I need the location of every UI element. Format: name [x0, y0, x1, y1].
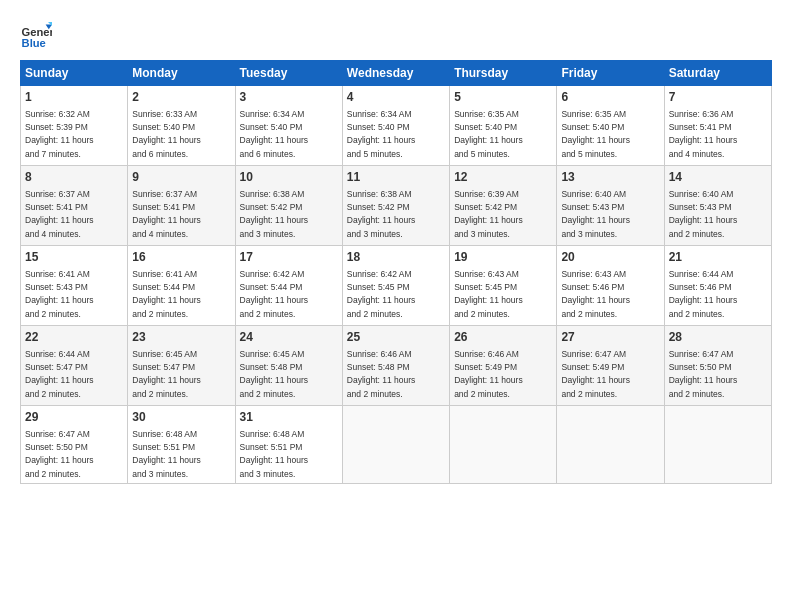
- calendar-cell: 20Sunrise: 6:43 AMSunset: 5:46 PMDayligh…: [557, 246, 664, 326]
- header-tuesday: Tuesday: [235, 61, 342, 86]
- day-info: Sunrise: 6:34 AMSunset: 5:40 PMDaylight:…: [240, 109, 309, 159]
- calendar-cell: 26Sunrise: 6:46 AMSunset: 5:49 PMDayligh…: [450, 326, 557, 406]
- day-number: 11: [347, 169, 445, 186]
- day-info: Sunrise: 6:32 AMSunset: 5:39 PMDaylight:…: [25, 109, 94, 159]
- day-info: Sunrise: 6:44 AMSunset: 5:47 PMDaylight:…: [25, 349, 94, 399]
- day-info: Sunrise: 6:41 AMSunset: 5:44 PMDaylight:…: [132, 269, 201, 319]
- day-info: Sunrise: 6:48 AMSunset: 5:51 PMDaylight:…: [240, 429, 309, 479]
- day-info: Sunrise: 6:46 AMSunset: 5:49 PMDaylight:…: [454, 349, 523, 399]
- calendar-cell: 23Sunrise: 6:45 AMSunset: 5:47 PMDayligh…: [128, 326, 235, 406]
- day-number: 3: [240, 89, 338, 106]
- day-number: 30: [132, 409, 230, 426]
- day-info: Sunrise: 6:45 AMSunset: 5:48 PMDaylight:…: [240, 349, 309, 399]
- calendar-cell: 18Sunrise: 6:42 AMSunset: 5:45 PMDayligh…: [342, 246, 449, 326]
- day-info: Sunrise: 6:35 AMSunset: 5:40 PMDaylight:…: [454, 109, 523, 159]
- header-sunday: Sunday: [21, 61, 128, 86]
- day-info: Sunrise: 6:39 AMSunset: 5:42 PMDaylight:…: [454, 189, 523, 239]
- svg-text:Blue: Blue: [22, 37, 46, 49]
- day-info: Sunrise: 6:40 AMSunset: 5:43 PMDaylight:…: [561, 189, 630, 239]
- day-info: Sunrise: 6:37 AMSunset: 5:41 PMDaylight:…: [25, 189, 94, 239]
- calendar-cell: 1Sunrise: 6:32 AMSunset: 5:39 PMDaylight…: [21, 86, 128, 166]
- day-info: Sunrise: 6:43 AMSunset: 5:46 PMDaylight:…: [561, 269, 630, 319]
- calendar-cell: 12Sunrise: 6:39 AMSunset: 5:42 PMDayligh…: [450, 166, 557, 246]
- day-info: Sunrise: 6:41 AMSunset: 5:43 PMDaylight:…: [25, 269, 94, 319]
- calendar-cell: 19Sunrise: 6:43 AMSunset: 5:45 PMDayligh…: [450, 246, 557, 326]
- day-info: Sunrise: 6:46 AMSunset: 5:48 PMDaylight:…: [347, 349, 416, 399]
- calendar-cell: 28Sunrise: 6:47 AMSunset: 5:50 PMDayligh…: [664, 326, 771, 406]
- calendar-cell: 13Sunrise: 6:40 AMSunset: 5:43 PMDayligh…: [557, 166, 664, 246]
- day-number: 20: [561, 249, 659, 266]
- day-number: 18: [347, 249, 445, 266]
- day-info: Sunrise: 6:43 AMSunset: 5:45 PMDaylight:…: [454, 269, 523, 319]
- day-number: 29: [25, 409, 123, 426]
- day-number: 25: [347, 329, 445, 346]
- calendar-cell: 21Sunrise: 6:44 AMSunset: 5:46 PMDayligh…: [664, 246, 771, 326]
- day-info: Sunrise: 6:42 AMSunset: 5:44 PMDaylight:…: [240, 269, 309, 319]
- calendar-cell: 31Sunrise: 6:48 AMSunset: 5:51 PMDayligh…: [235, 406, 342, 484]
- calendar-cell: 11Sunrise: 6:38 AMSunset: 5:42 PMDayligh…: [342, 166, 449, 246]
- calendar-cell: [557, 406, 664, 484]
- day-number: 31: [240, 409, 338, 426]
- day-number: 1: [25, 89, 123, 106]
- calendar-cell: 22Sunrise: 6:44 AMSunset: 5:47 PMDayligh…: [21, 326, 128, 406]
- calendar-week-row: 15Sunrise: 6:41 AMSunset: 5:43 PMDayligh…: [21, 246, 772, 326]
- calendar-cell: 8Sunrise: 6:37 AMSunset: 5:41 PMDaylight…: [21, 166, 128, 246]
- day-info: Sunrise: 6:42 AMSunset: 5:45 PMDaylight:…: [347, 269, 416, 319]
- svg-text:General: General: [22, 26, 52, 38]
- day-number: 19: [454, 249, 552, 266]
- calendar-week-row: 22Sunrise: 6:44 AMSunset: 5:47 PMDayligh…: [21, 326, 772, 406]
- day-info: Sunrise: 6:38 AMSunset: 5:42 PMDaylight:…: [347, 189, 416, 239]
- day-number: 14: [669, 169, 767, 186]
- day-info: Sunrise: 6:40 AMSunset: 5:43 PMDaylight:…: [669, 189, 738, 239]
- header-friday: Friday: [557, 61, 664, 86]
- calendar-cell: 27Sunrise: 6:47 AMSunset: 5:49 PMDayligh…: [557, 326, 664, 406]
- day-number: 24: [240, 329, 338, 346]
- calendar-cell: 5Sunrise: 6:35 AMSunset: 5:40 PMDaylight…: [450, 86, 557, 166]
- day-info: Sunrise: 6:47 AMSunset: 5:50 PMDaylight:…: [25, 429, 94, 479]
- calendar-cell: 7Sunrise: 6:36 AMSunset: 5:41 PMDaylight…: [664, 86, 771, 166]
- calendar-cell: 6Sunrise: 6:35 AMSunset: 5:40 PMDaylight…: [557, 86, 664, 166]
- day-number: 6: [561, 89, 659, 106]
- day-number: 16: [132, 249, 230, 266]
- day-number: 15: [25, 249, 123, 266]
- calendar-cell: 25Sunrise: 6:46 AMSunset: 5:48 PMDayligh…: [342, 326, 449, 406]
- calendar-week-row: 29Sunrise: 6:47 AMSunset: 5:50 PMDayligh…: [21, 406, 772, 484]
- day-info: Sunrise: 6:36 AMSunset: 5:41 PMDaylight:…: [669, 109, 738, 159]
- calendar-cell: [342, 406, 449, 484]
- calendar-cell: 15Sunrise: 6:41 AMSunset: 5:43 PMDayligh…: [21, 246, 128, 326]
- calendar-week-row: 1Sunrise: 6:32 AMSunset: 5:39 PMDaylight…: [21, 86, 772, 166]
- day-number: 23: [132, 329, 230, 346]
- day-number: 2: [132, 89, 230, 106]
- logo: General Blue: [20, 18, 56, 50]
- calendar-cell: 3Sunrise: 6:34 AMSunset: 5:40 PMDaylight…: [235, 86, 342, 166]
- day-number: 26: [454, 329, 552, 346]
- calendar-header-row: Sunday Monday Tuesday Wednesday Thursday…: [21, 61, 772, 86]
- calendar-week-row: 8Sunrise: 6:37 AMSunset: 5:41 PMDaylight…: [21, 166, 772, 246]
- calendar-cell: 4Sunrise: 6:34 AMSunset: 5:40 PMDaylight…: [342, 86, 449, 166]
- calendar-cell: 10Sunrise: 6:38 AMSunset: 5:42 PMDayligh…: [235, 166, 342, 246]
- day-number: 12: [454, 169, 552, 186]
- calendar-cell: 17Sunrise: 6:42 AMSunset: 5:44 PMDayligh…: [235, 246, 342, 326]
- calendar-cell: 2Sunrise: 6:33 AMSunset: 5:40 PMDaylight…: [128, 86, 235, 166]
- day-info: Sunrise: 6:38 AMSunset: 5:42 PMDaylight:…: [240, 189, 309, 239]
- day-number: 13: [561, 169, 659, 186]
- day-number: 22: [25, 329, 123, 346]
- day-info: Sunrise: 6:35 AMSunset: 5:40 PMDaylight:…: [561, 109, 630, 159]
- header-saturday: Saturday: [664, 61, 771, 86]
- calendar-cell: [450, 406, 557, 484]
- header-wednesday: Wednesday: [342, 61, 449, 86]
- day-info: Sunrise: 6:47 AMSunset: 5:50 PMDaylight:…: [669, 349, 738, 399]
- day-number: 9: [132, 169, 230, 186]
- day-info: Sunrise: 6:48 AMSunset: 5:51 PMDaylight:…: [132, 429, 201, 479]
- day-number: 27: [561, 329, 659, 346]
- calendar-cell: 30Sunrise: 6:48 AMSunset: 5:51 PMDayligh…: [128, 406, 235, 484]
- day-number: 5: [454, 89, 552, 106]
- day-number: 21: [669, 249, 767, 266]
- logo-icon: General Blue: [20, 18, 52, 50]
- calendar-cell: 24Sunrise: 6:45 AMSunset: 5:48 PMDayligh…: [235, 326, 342, 406]
- day-info: Sunrise: 6:37 AMSunset: 5:41 PMDaylight:…: [132, 189, 201, 239]
- calendar-cell: 16Sunrise: 6:41 AMSunset: 5:44 PMDayligh…: [128, 246, 235, 326]
- day-number: 10: [240, 169, 338, 186]
- header-thursday: Thursday: [450, 61, 557, 86]
- header-monday: Monday: [128, 61, 235, 86]
